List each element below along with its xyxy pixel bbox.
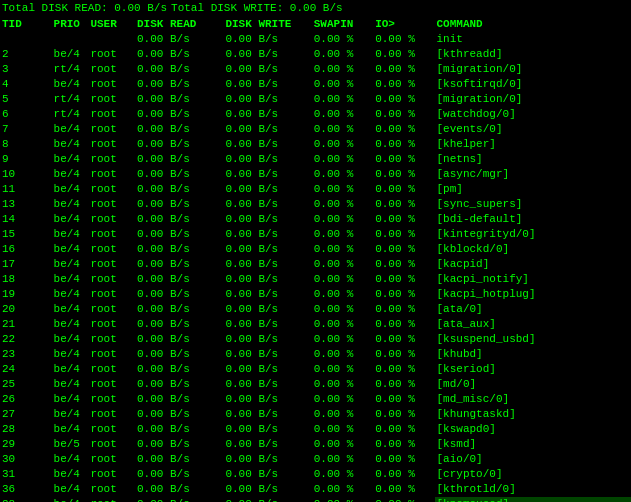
- cell-io: 0.00 %: [373, 227, 434, 242]
- table-row: 14 be/4 root 0.00 B/s 0.00 B/s 0.00 % 0.…: [0, 212, 631, 227]
- cell-command: [crypto/0]: [435, 467, 631, 482]
- cell-user: root: [88, 437, 135, 452]
- cell-disk-read: 0.00 B/s: [135, 482, 223, 497]
- cell-command: [watchdog/0]: [435, 107, 631, 122]
- cell-disk-read: 0.00 B/s: [135, 167, 223, 182]
- cell-user: root: [88, 137, 135, 152]
- cell-prio: be/4: [52, 47, 89, 62]
- cell-io: 0.00 %: [373, 32, 434, 47]
- cell-disk-write: 0.00 B/s: [223, 467, 311, 482]
- cell-tid: 29: [0, 437, 52, 452]
- cell-disk-write: 0.00 B/s: [223, 407, 311, 422]
- cell-swapin: 0.00 %: [312, 152, 373, 167]
- cell-swapin: 0.00 %: [312, 332, 373, 347]
- cell-io: 0.00 %: [373, 47, 434, 62]
- cell-disk-read: 0.00 B/s: [135, 212, 223, 227]
- cell-disk-read: 0.00 B/s: [135, 92, 223, 107]
- terminal: Total DISK READ: 0.00 B/s Total DISK WRI…: [0, 0, 631, 502]
- cell-disk-read: 0.00 B/s: [135, 62, 223, 77]
- cell-io: 0.00 %: [373, 122, 434, 137]
- cell-disk-write: 0.00 B/s: [223, 227, 311, 242]
- table-row: 18 be/4 root 0.00 B/s 0.00 B/s 0.00 % 0.…: [0, 272, 631, 287]
- cell-swapin: 0.00 %: [312, 317, 373, 332]
- cell-swapin: 0.00 %: [312, 392, 373, 407]
- cell-tid: 18: [0, 272, 52, 287]
- cell-prio: be/4: [52, 467, 89, 482]
- cell-user: root: [88, 362, 135, 377]
- cell-disk-read: 0.00 B/s: [135, 392, 223, 407]
- cell-user: root: [88, 212, 135, 227]
- cell-user: root: [88, 197, 135, 212]
- cell-swapin: 0.00 %: [312, 32, 373, 47]
- cell-io: 0.00 %: [373, 62, 434, 77]
- cell-command: [kthrotld/0]: [435, 482, 631, 497]
- cell-command: [md_misc/0]: [435, 392, 631, 407]
- cell-disk-write: 0.00 B/s: [223, 437, 311, 452]
- cell-tid: 5: [0, 92, 52, 107]
- cell-tid: 6: [0, 107, 52, 122]
- disk-read-label: Total DISK READ: 0.00 B/s: [2, 1, 167, 16]
- col-user: USER: [88, 17, 135, 32]
- cell-command: [kintegrityd/0]: [435, 227, 631, 242]
- cell-swapin: 0.00 %: [312, 377, 373, 392]
- cell-tid: 23: [0, 347, 52, 362]
- cell-swapin: 0.00 %: [312, 77, 373, 92]
- table-row: 3 rt/4 root 0.00 B/s 0.00 B/s 0.00 % 0.0…: [0, 62, 631, 77]
- cell-disk-read: 0.00 B/s: [135, 182, 223, 197]
- cell-io: 0.00 %: [373, 287, 434, 302]
- cell-prio: be/4: [52, 332, 89, 347]
- cell-user: root: [88, 392, 135, 407]
- cell-io: 0.00 %: [373, 107, 434, 122]
- table-row: 22 be/4 root 0.00 B/s 0.00 B/s 0.00 % 0.…: [0, 332, 631, 347]
- table-row: 11 be/4 root 0.00 B/s 0.00 B/s 0.00 % 0.…: [0, 182, 631, 197]
- cell-tid: 25: [0, 377, 52, 392]
- cell-user: root: [88, 152, 135, 167]
- cell-prio: be/4: [52, 317, 89, 332]
- table-row: 15 be/4 root 0.00 B/s 0.00 B/s 0.00 % 0.…: [0, 227, 631, 242]
- cell-user: root: [88, 332, 135, 347]
- table-row: 8 be/4 root 0.00 B/s 0.00 B/s 0.00 % 0.0…: [0, 137, 631, 152]
- cell-prio: be/4: [52, 452, 89, 467]
- cell-user: root: [88, 287, 135, 302]
- cell-disk-read: 0.00 B/s: [135, 302, 223, 317]
- cell-swapin: 0.00 %: [312, 347, 373, 362]
- cell-swapin: 0.00 %: [312, 182, 373, 197]
- cell-disk-read: 0.00 B/s: [135, 317, 223, 332]
- cell-io: 0.00 %: [373, 497, 434, 502]
- cell-io: 0.00 %: [373, 242, 434, 257]
- cell-disk-write: 0.00 B/s: [223, 122, 311, 137]
- table-row: 10 be/4 root 0.00 B/s 0.00 B/s 0.00 % 0.…: [0, 167, 631, 182]
- cell-disk-write: 0.00 B/s: [223, 182, 311, 197]
- cell-tid: 38: [0, 497, 52, 502]
- col-disk-read: DISK READ: [135, 17, 223, 32]
- cell-swapin: 0.00 %: [312, 197, 373, 212]
- cell-command: [md/0]: [435, 377, 631, 392]
- cell-disk-read: 0.00 B/s: [135, 422, 223, 437]
- cell-swapin: 0.00 %: [312, 257, 373, 272]
- cell-user: root: [88, 167, 135, 182]
- cell-io: 0.00 %: [373, 302, 434, 317]
- cell-disk-read: 0.00 B/s: [135, 107, 223, 122]
- cell-user: root: [88, 452, 135, 467]
- cell-user: root: [88, 107, 135, 122]
- cell-disk-write: 0.00 B/s: [223, 362, 311, 377]
- cell-tid: 4: [0, 77, 52, 92]
- cell-command: [ata/0]: [435, 302, 631, 317]
- cell-io: 0.00 %: [373, 377, 434, 392]
- cell-tid: 8: [0, 137, 52, 152]
- cell-user: root: [88, 77, 135, 92]
- cell-disk-write: 0.00 B/s: [223, 212, 311, 227]
- cell-disk-write: 0.00 B/s: [223, 287, 311, 302]
- cell-command: [ksuspend_usbd]: [435, 332, 631, 347]
- cell-tid: 14: [0, 212, 52, 227]
- cell-tid: 16: [0, 242, 52, 257]
- cell-user: root: [88, 497, 135, 502]
- cell-swapin: 0.00 %: [312, 482, 373, 497]
- cell-disk-read: 0.00 B/s: [135, 362, 223, 377]
- cell-disk-write: 0.00 B/s: [223, 32, 311, 47]
- table-row: 31 be/4 root 0.00 B/s 0.00 B/s 0.00 % 0.…: [0, 467, 631, 482]
- cell-disk-write: 0.00 B/s: [223, 272, 311, 287]
- cell-command: [kswapd0]: [435, 422, 631, 437]
- table-row: 4 be/4 root 0.00 B/s 0.00 B/s 0.00 % 0.0…: [0, 77, 631, 92]
- cell-prio: be/4: [52, 182, 89, 197]
